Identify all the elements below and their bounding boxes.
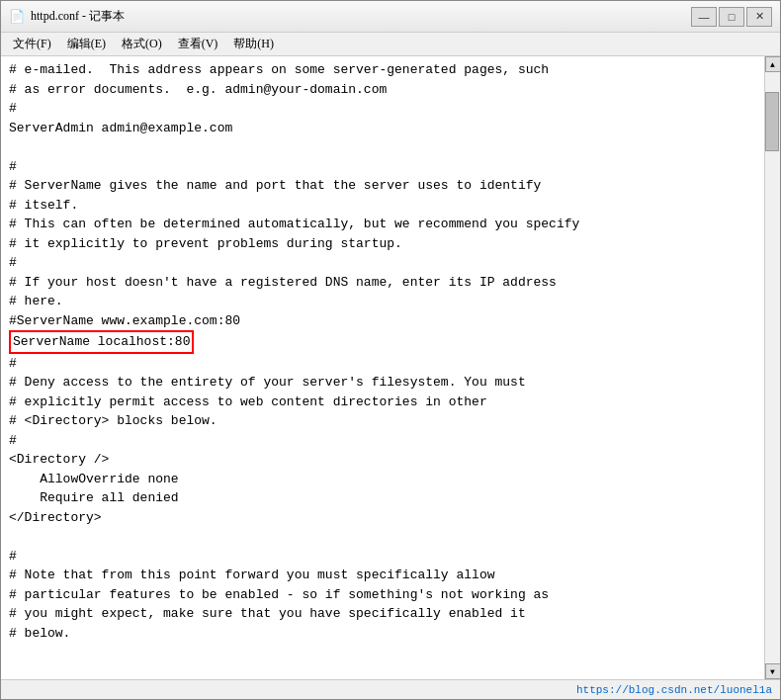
code-line: # This can often be determined automatic… xyxy=(9,215,756,234)
code-line: # you might expect, make sure that you h… xyxy=(9,604,756,624)
menu-item[interactable]: 格式(O) xyxy=(114,34,170,54)
code-line xyxy=(9,527,756,547)
status-bar: https://blog.csdn.net/luonel1a xyxy=(1,679,780,699)
app-icon: 📄 xyxy=(9,9,25,25)
scroll-up-button[interactable]: ▲ xyxy=(765,56,781,72)
code-line: # xyxy=(9,253,756,273)
text-editor[interactable]: # e-mailed. This address appears on some… xyxy=(1,56,764,679)
title-controls: — □ ✕ xyxy=(691,7,772,27)
code-line: # <Directory> blocks below. xyxy=(9,411,756,431)
menu-bar: 文件(F)编辑(E)格式(O)查看(V)帮助(H) xyxy=(1,33,780,56)
menu-item[interactable]: 查看(V) xyxy=(170,34,226,54)
scrollbar-track[interactable] xyxy=(765,72,780,663)
code-line: # xyxy=(9,99,756,119)
code-line: # xyxy=(9,157,756,177)
watermark-text: https://blog.csdn.net/luonel1a xyxy=(576,684,772,696)
menu-item[interactable]: 编辑(E) xyxy=(59,34,114,54)
menu-item[interactable]: 文件(F) xyxy=(5,34,59,54)
code-line: # xyxy=(9,354,756,374)
code-line: # explicitly permit access to web conten… xyxy=(9,393,756,412)
code-line: # below. xyxy=(9,624,756,644)
code-line: AllowOverride none xyxy=(9,470,756,489)
code-line: Require all denied xyxy=(9,488,756,508)
code-line: <Directory /> xyxy=(9,450,756,470)
maximize-button[interactable]: □ xyxy=(719,7,744,27)
main-window: 📄 httpd.conf - 记事本 — □ ✕ 文件(F)编辑(E)格式(O)… xyxy=(0,0,781,700)
highlighted-line: ServerName localhost:80 xyxy=(9,330,194,354)
code-line: # xyxy=(9,547,756,567)
code-line: # e-mailed. This address appears on some… xyxy=(9,60,756,80)
code-line: # here. xyxy=(9,292,756,311)
close-button[interactable]: ✕ xyxy=(746,7,772,27)
code-line: # it explicitly to prevent problems duri… xyxy=(9,234,756,254)
minimize-button[interactable]: — xyxy=(691,7,717,27)
content-area: # e-mailed. This address appears on some… xyxy=(1,56,780,679)
title-left: 📄 httpd.conf - 记事本 xyxy=(9,8,125,25)
code-line: # xyxy=(9,431,756,451)
code-line xyxy=(9,137,756,157)
code-line: # If your host doesn't have a registered… xyxy=(9,273,756,293)
scrollbar-thumb[interactable] xyxy=(765,92,779,151)
scroll-down-button[interactable]: ▼ xyxy=(765,663,781,679)
code-line: # Deny access to the entirety of your se… xyxy=(9,373,756,393)
scrollbar[interactable]: ▲ ▼ xyxy=(764,56,780,679)
menu-item[interactable]: 帮助(H) xyxy=(225,34,282,54)
window-title: httpd.conf - 记事本 xyxy=(31,8,125,25)
code-line: # particular features to be enabled - so… xyxy=(9,585,756,605)
code-line: # ServerName gives the name and port tha… xyxy=(9,176,756,196)
code-line: # itself. xyxy=(9,196,756,216)
code-line: </Directory> xyxy=(9,508,756,528)
code-line: ServerAdmin admin@example.com xyxy=(9,119,756,138)
code-line: # as error documents. e.g. admin@your-do… xyxy=(9,80,756,100)
code-line: ServerName localhost:80 xyxy=(9,330,756,354)
code-line: # Note that from this point forward you … xyxy=(9,566,756,585)
code-line: #ServerName www.example.com:80 xyxy=(9,311,756,331)
title-bar: 📄 httpd.conf - 记事本 — □ ✕ xyxy=(1,1,780,33)
